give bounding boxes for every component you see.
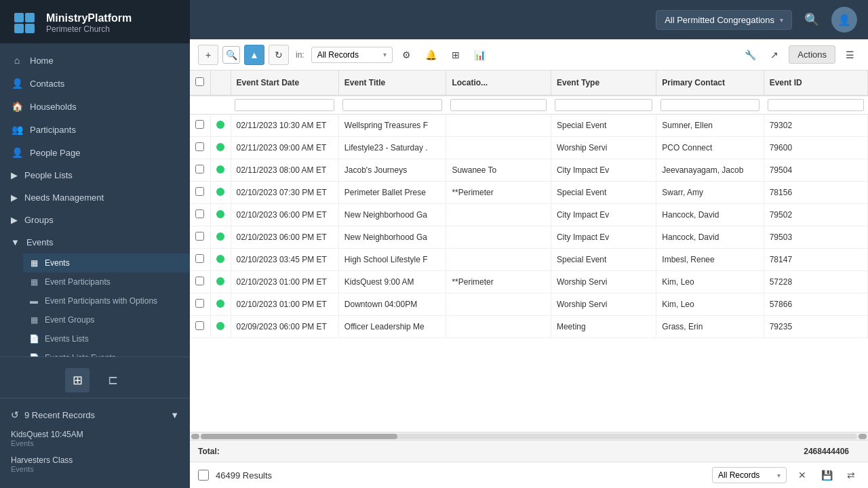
search-input-button[interactable]: 🔍 [222, 46, 240, 64]
row-checkbox[interactable] [190, 271, 210, 293]
recent-record-kidsquest[interactable]: KidsQuest 10:45AM Events [0, 426, 190, 451]
row-checkbox[interactable] [190, 249, 210, 271]
filter-button[interactable]: ⚙ [397, 45, 417, 65]
row-type: Special Event [551, 182, 656, 204]
sidebar-sub-event-participants-label: Event Participants [45, 277, 111, 287]
sidebar-sub-event-participants-options[interactable]: ▬ Event Participants with Options [23, 291, 190, 310]
filter-event-type[interactable] [555, 99, 652, 111]
export-button[interactable]: ↗ [764, 45, 785, 65]
user-avatar[interactable]: 👤 [831, 7, 857, 33]
row-contact: PCO Connect [656, 137, 764, 159]
filter-start-date[interactable] [235, 99, 334, 111]
search-button[interactable]: 🔍 [800, 8, 823, 31]
col-event-id[interactable]: Event ID [764, 70, 867, 96]
table-row[interactable]: 02/10/2023 06:00 PM ET New Neighborhood … [190, 204, 868, 226]
congregation-label: All Permitted Congregations [665, 15, 774, 25]
save-button[interactable]: 💾 [818, 466, 835, 484]
refresh-button[interactable]: ↻ [269, 45, 289, 65]
col-event-start-date[interactable]: Event Start Date [231, 70, 338, 96]
up-arrow-button[interactable]: ▲ [244, 45, 264, 65]
chart-button[interactable]: 📊 [470, 45, 490, 65]
sidebar-item-people-lists[interactable]: ▶ People Lists [0, 164, 190, 186]
grid-view-button[interactable]: ⊞ [65, 368, 90, 392]
sync-button[interactable]: ⇄ [842, 466, 860, 484]
row-checkbox[interactable] [190, 226, 210, 249]
table-row[interactable]: 02/10/2023 03:45 PM ET High School Lifes… [190, 249, 868, 271]
row-type: Worship Servi [551, 137, 656, 159]
records-selector[interactable]: All Records ▾ [311, 47, 393, 63]
table-container[interactable]: Event Start Date Event Title Locatio... … [190, 70, 868, 432]
row-checkbox[interactable] [190, 159, 210, 182]
sidebar-sub-event-participants[interactable]: ▦ Event Participants [23, 272, 190, 291]
org-chart-button[interactable]: ⊏ [100, 368, 125, 392]
tools-button[interactable]: 🔧 [740, 45, 760, 65]
table-row[interactable]: 02/10/2023 01:00 PM ET KidsQuest 9:00 AM… [190, 271, 868, 293]
bottom-select-all[interactable] [198, 470, 209, 481]
status-dot [216, 322, 224, 330]
table-row[interactable]: 02/11/2023 08:00 AM ET Jacob's Journeys … [190, 159, 868, 182]
sidebar-sub-events-lists[interactable]: 📄 Events Lists [23, 329, 190, 348]
sidebar-sub-events[interactable]: ▦ Events [23, 253, 190, 272]
horizontal-scrollbar[interactable] [190, 432, 868, 440]
congregation-selector[interactable]: All Permitted Congregations ▾ [656, 10, 792, 30]
select-all-checkbox[interactable] [195, 77, 204, 86]
row-checkbox[interactable] [190, 115, 210, 137]
sidebar-item-households[interactable]: 🏠 Households [0, 95, 190, 118]
table-row[interactable]: 02/11/2023 10:30 AM ET Wellspring Treasu… [190, 115, 868, 137]
sidebar-sub-events-lists-events[interactable]: 📄 Events Lists Events [23, 348, 190, 357]
col-primary-contact[interactable]: Primary Contact [656, 70, 764, 96]
recent-record-harvesters[interactable]: Harvesters Class Events [0, 451, 190, 477]
sidebar-item-home[interactable]: ⌂ Home [0, 49, 190, 72]
actions-button[interactable]: Actions [789, 45, 835, 64]
row-location: Suwanee To [446, 159, 551, 182]
recent-record-kidsquest-type: Events [11, 439, 179, 447]
row-checkbox[interactable] [190, 293, 210, 316]
row-checkbox[interactable] [190, 204, 210, 226]
col-status [210, 70, 231, 96]
menu-button[interactable]: ☰ [840, 45, 860, 65]
sidebar-sub-event-groups[interactable]: ▦ Event Groups [23, 310, 190, 329]
filter-event-title[interactable] [342, 99, 442, 111]
status-dot [216, 277, 224, 285]
bottom-records-selector[interactable]: All Records ▾ [712, 467, 787, 483]
row-title: Jacob's Journeys [338, 159, 446, 182]
table-area: Event Start Date Event Title Locatio... … [190, 70, 868, 488]
search-icon: 🔍 [804, 12, 819, 27]
scroll-track[interactable] [201, 434, 857, 439]
sidebar-item-contacts[interactable]: 👤 Contacts [0, 72, 190, 95]
grid-icon-button[interactable]: ⊞ [446, 45, 466, 65]
filter-event-id[interactable] [768, 99, 863, 111]
sidebar-item-events[interactable]: ▼ Events [0, 231, 190, 253]
recent-records-header[interactable]: ↺ 9 Recent Records ▼ [0, 404, 190, 426]
events-sub-icon: ▦ [28, 258, 39, 268]
svg-rect-0 [14, 13, 24, 22]
sidebar-item-groups[interactable]: ▶ Groups [0, 209, 190, 231]
filter-primary-contact[interactable] [660, 99, 760, 111]
col-event-title[interactable]: Event Title [338, 70, 446, 96]
sidebar-item-participants-label: Participants [30, 125, 76, 135]
sidebar-item-people-page[interactable]: 👤 People Page [0, 141, 190, 164]
row-checkbox[interactable] [190, 182, 210, 204]
sidebar-item-needs-management[interactable]: ▶ Needs Management [0, 186, 190, 209]
row-checkbox[interactable] [190, 137, 210, 159]
sidebar-item-participants[interactable]: 👥 Participants [0, 118, 190, 141]
recent-record-kidsquest-name: KidsQuest 10:45AM [11, 430, 179, 439]
row-contact: Kim, Leo [656, 271, 764, 293]
table-row[interactable]: 02/10/2023 07:30 PM ET Perimeter Ballet … [190, 182, 868, 204]
table-row[interactable]: 02/09/2023 06:00 PM ET Officer Leadershi… [190, 316, 868, 338]
scroll-thumb[interactable] [201, 434, 397, 439]
bell-button[interactable]: 🔔 [421, 45, 441, 65]
table-row[interactable]: 02/10/2023 01:00 PM ET Downtown 04:00PM … [190, 293, 868, 316]
event-participants-sub-icon: ▦ [28, 277, 39, 287]
row-checkbox[interactable] [190, 316, 210, 338]
row-type: Worship Servi [551, 293, 656, 316]
col-event-type[interactable]: Event Type [551, 70, 656, 96]
row-start-date: 02/10/2023 01:00 PM ET [231, 271, 338, 293]
filter-location[interactable] [450, 99, 547, 111]
table-row[interactable]: 02/10/2023 06:00 PM ET New Neighborhood … [190, 226, 868, 249]
clear-button[interactable]: ✕ [793, 466, 811, 484]
add-button[interactable]: + [198, 45, 218, 65]
row-id: 79503 [764, 226, 867, 249]
col-location[interactable]: Locatio... [446, 70, 551, 96]
table-row[interactable]: 02/11/2023 09:00 AM ET Lifestyle23 - Sat… [190, 137, 868, 159]
